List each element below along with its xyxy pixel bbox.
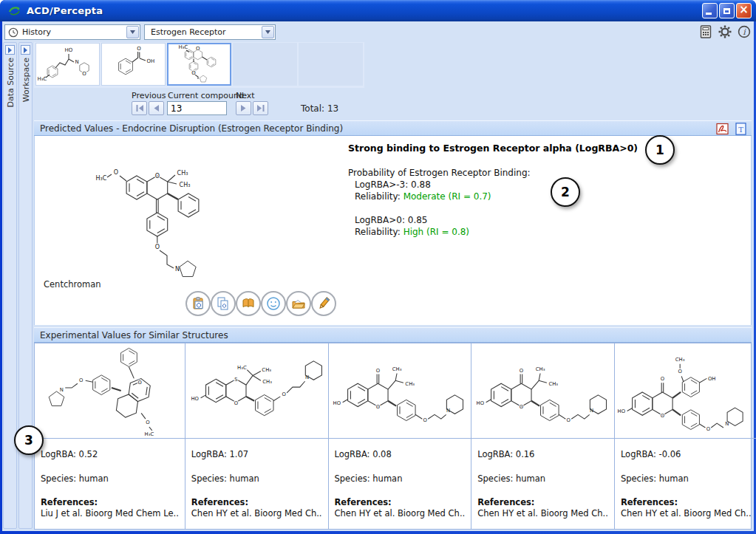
species-value: Species: human — [41, 473, 179, 484]
similar-structure-image-3[interactable]: HO O O CH₃CH₃ O N — [329, 343, 471, 439]
similar-structure-info-5: LogRBA: -0.06 Species: human References:… — [615, 439, 756, 518]
compound-thumbnail-4-empty[interactable] — [233, 43, 297, 86]
similar-structure-image-2[interactable]: HO S O H₃CCH₃CH₃ O N — [185, 343, 328, 439]
app-window: ACD/Percepta × History Estrogen Receptor — [0, 0, 756, 534]
prediction-headline: Strong binding to Estrogen Receptor alph… — [348, 143, 638, 154]
minimize-icon — [706, 13, 712, 15]
species-value: Species: human — [621, 473, 752, 484]
book-icon — [241, 296, 256, 311]
reference-text[interactable]: Chen HY et al. Bioorg Med Ch.. — [477, 508, 608, 518]
logrba-value: LogRBA: 0.08 — [335, 449, 466, 459]
expand-arrow-icon[interactable] — [5, 45, 15, 55]
compound-thumbnail-3-selected[interactable]: O O H₃C — [167, 43, 231, 86]
previous-compound-button[interactable] — [149, 101, 164, 115]
callout-3: 3 — [14, 425, 44, 455]
svg-text:O: O — [661, 376, 664, 382]
previous-icon — [154, 105, 159, 112]
reference-text[interactable]: Liu J et al. Bioorg Med Chem Le.. — [41, 508, 179, 518]
probability-title: Probability of Estrogen Receptor Binding… — [348, 167, 638, 179]
history-dropdown-value: History — [22, 27, 51, 37]
maximize-button[interactable] — [719, 3, 735, 18]
sidebar-tab-label: Data Source — [6, 58, 16, 108]
svg-text:O: O — [80, 377, 84, 383]
svg-text:N: N — [60, 387, 64, 393]
reference-book-button[interactable] — [236, 291, 261, 316]
reference-text[interactable]: Chen HY et al. Bioorg Med Ch.. — [335, 508, 466, 518]
paste-structure-button[interactable] — [185, 291, 211, 316]
similar-structure-info-3: LogRBA: 0.08 Species: human References: … — [329, 439, 471, 518]
logrba-value: LogRBA: 0.16 — [477, 449, 608, 459]
similar-structure-column-5: HO O O O CH₃ OH O — [615, 343, 756, 529]
references-label: References: — [191, 497, 322, 507]
dropdown-arrow-icon[interactable] — [262, 26, 274, 38]
svg-text:CH₃: CH₃ — [392, 366, 402, 372]
svg-text:CH₃: CH₃ — [405, 381, 415, 387]
module-dropdown-value: Estrogen Receptor — [148, 27, 226, 37]
predicted-values-header-text: Predicted Values - Endocrine Disruption … — [40, 123, 343, 134]
prediction-text-block: Strong binding to Estrogen Receptor alph… — [348, 143, 638, 238]
compound-thumbnail-5-empty[interactable] — [299, 43, 363, 86]
last-compound-button[interactable] — [253, 101, 268, 115]
calculator-icon[interactable] — [699, 25, 712, 38]
info-icon[interactable]: i — [738, 25, 751, 38]
sidebar-tab-data-source[interactable]: Data Source — [3, 42, 17, 529]
similar-structure-image-5[interactable]: HO O O O CH₃ OH O — [615, 343, 756, 439]
first-icon — [136, 105, 143, 112]
svg-text:N: N — [75, 59, 78, 65]
close-button[interactable]: × — [736, 3, 752, 18]
minimize-button[interactable] — [702, 3, 718, 18]
svg-text:HO: HO — [618, 408, 626, 414]
similar-structures-table: O O H₃C O N LogRBA: 0.52 Species: human … — [34, 343, 752, 530]
reference-text[interactable]: Chen HY et al. Bioorg Med Ch.. — [621, 508, 752, 518]
open-folder-button[interactable] — [286, 291, 311, 316]
next-compound-button[interactable] — [236, 101, 251, 115]
probability-value-line: LogRBA>-3: 0.88 — [348, 179, 638, 191]
dropdown-arrow-icon[interactable] — [126, 26, 139, 38]
reference-text[interactable]: Chen HY et al. Bioorg Med Ch.. — [191, 508, 322, 518]
svg-text:O: O — [678, 369, 682, 374]
header-icons: T — [716, 123, 747, 135]
copy-structure-button[interactable] — [211, 291, 236, 316]
compound-thumbnail-1[interactable]: HO N O H₃C — [35, 43, 100, 86]
module-dropdown[interactable]: Estrogen Receptor — [144, 24, 276, 40]
edit-structure-button[interactable] — [311, 291, 336, 316]
first-compound-button[interactable] — [132, 101, 147, 115]
current-compound-input[interactable] — [167, 101, 227, 115]
compound-name-label: Centchroman — [44, 279, 101, 290]
species-value: Species: human — [191, 473, 322, 484]
svg-text:O: O — [138, 380, 142, 386]
similar-structure-image-4[interactable]: HO O O CH₃CH₃ O N — [471, 343, 614, 439]
logrba-value: LogRBA: -0.06 — [621, 449, 752, 459]
current-compound-label: Current compound — [168, 91, 244, 100]
svg-text:O: O — [376, 368, 380, 374]
svg-text:O: O — [661, 413, 664, 419]
previous-label: Previous — [132, 91, 166, 100]
similar-structure-image-1[interactable]: O O H₃C O N — [35, 343, 185, 439]
smiley-button[interactable] — [261, 291, 286, 316]
svg-text:O: O — [376, 404, 380, 410]
callout-2: 2 — [551, 177, 580, 207]
reliability-value: High (RI = 0.8) — [403, 227, 469, 237]
similar-structure-info-1: LogRBA: 0.52 Species: human References: … — [35, 439, 185, 518]
compound-thumbnail-2[interactable]: O OH — [101, 43, 166, 86]
svg-text:i: i — [743, 27, 746, 37]
experimental-values-header: Experimental Values for Similar Structur… — [34, 327, 752, 343]
sidebar-tab-workspace[interactable]: Workspace — [18, 42, 33, 529]
svg-text:O: O — [234, 400, 238, 406]
svg-text:O: O — [155, 173, 160, 179]
svg-text:O: O — [566, 417, 570, 423]
text-report-icon[interactable]: T — [735, 123, 747, 135]
svg-text:HO: HO — [65, 47, 73, 53]
close-icon: × — [739, 4, 749, 16]
expand-arrow-icon[interactable] — [21, 45, 30, 55]
svg-text:O: O — [82, 71, 86, 77]
references-label: References: — [41, 497, 179, 507]
settings-gear-icon[interactable] — [718, 25, 732, 38]
svg-text:HO: HO — [476, 400, 484, 406]
history-dropdown[interactable]: History — [4, 24, 140, 40]
toolbar: History Estrogen Receptor — [2, 21, 754, 41]
pdf-export-icon[interactable] — [716, 123, 729, 135]
structure-thumbnail-2: O OH — [102, 44, 165, 83]
structure-thumbnail-3: O O H₃C — [168, 44, 230, 83]
species-value: Species: human — [335, 473, 466, 484]
